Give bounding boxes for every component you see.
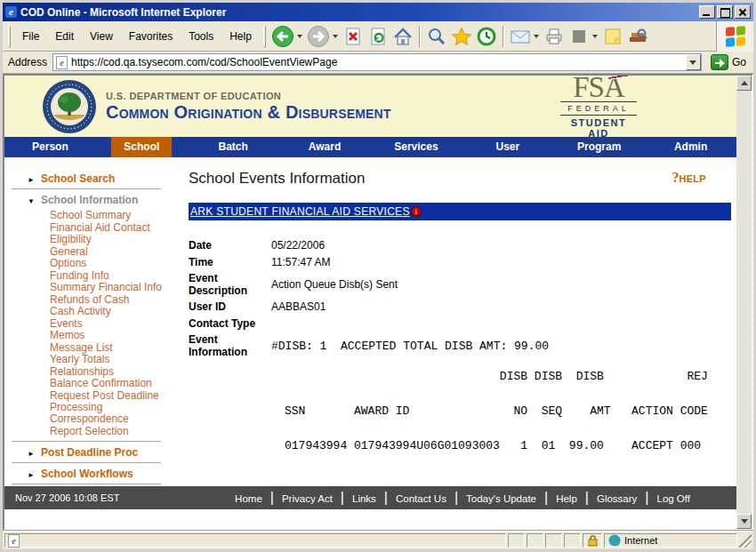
vertical-scrollbar[interactable]: [736, 76, 752, 529]
scroll-down-button[interactable]: [736, 514, 752, 529]
footer-link[interactable]: Links: [352, 493, 376, 504]
minimize-button[interactable]: [699, 5, 715, 19]
menu-item[interactable]: Tools: [181, 27, 221, 46]
sidebar-item[interactable]: Memos: [50, 330, 182, 341]
toolbar-grip[interactable]: [263, 26, 266, 47]
menu-item[interactable]: View: [82, 27, 121, 46]
search-icon: [426, 26, 447, 47]
go-button[interactable]: Go: [707, 53, 750, 71]
sidebar-item[interactable]: General: [50, 246, 182, 258]
sidebar-item[interactable]: Options: [50, 258, 182, 269]
sidebar-section-school-search[interactable]: ► School Search: [28, 172, 182, 185]
field-label-user-id: User ID: [189, 300, 271, 313]
messenger-note-icon: [602, 26, 623, 47]
scroll-up-button[interactable]: [736, 76, 752, 91]
forward-button[interactable]: [305, 24, 332, 49]
sidebar-item[interactable]: School Summary: [50, 210, 182, 221]
search-button[interactable]: [424, 25, 449, 48]
ie-logo-icon: e: [5, 6, 17, 18]
nav-tab[interactable]: Services: [371, 137, 462, 157]
sidebar-section-post-deadline-proc[interactable]: ► Post Deadline Proc: [28, 446, 182, 459]
sidebar-item[interactable]: Summary Financial Info: [50, 282, 182, 293]
resize-grip[interactable]: [739, 533, 752, 548]
nav-tab[interactable]: Award: [279, 137, 371, 157]
maximize-button[interactable]: [717, 5, 733, 19]
edit-dropdown-icon[interactable]: [592, 35, 598, 38]
address-url[interactable]: https://cod.qa.tsysecom.com/cod/SchoolEv…: [71, 56, 686, 68]
help-link[interactable]: ? HELP: [672, 170, 706, 186]
event-details: Date 05/22/2006 Time 11:57:47 AM Event D…: [189, 238, 731, 358]
nav-tab[interactable]: Batch: [188, 137, 279, 157]
mail-button[interactable]: [508, 25, 533, 48]
favorites-button[interactable]: [449, 25, 474, 48]
nav-tab[interactable]: Person: [4, 137, 96, 157]
menu-item[interactable]: File: [14, 27, 47, 46]
toolbar: [269, 24, 716, 49]
sidebar-item[interactable]: Cash Activity: [50, 306, 182, 317]
events-table-row: 017943994 017943994U06G01093003 1 01 99.…: [285, 440, 731, 452]
sidebar-item[interactable]: Correspondence: [50, 413, 182, 425]
menu-item[interactable]: Favorites: [121, 27, 181, 46]
footer-link[interactable]: Glossary: [597, 493, 637, 504]
main-content: School Events Information ? HELP ARK STU…: [182, 157, 736, 486]
edit-button[interactable]: [567, 25, 591, 48]
footer-link[interactable]: Privacy Act: [282, 493, 333, 504]
stop-button[interactable]: [341, 25, 366, 48]
toolbar-grip[interactable]: [8, 26, 11, 47]
history-button[interactable]: [474, 25, 499, 48]
sidebar-item[interactable]: Report Selection: [50, 426, 182, 437]
nav-tab[interactable]: User: [462, 137, 553, 157]
sidebar-item[interactable]: Relationships: [50, 366, 182, 378]
sidebar-item[interactable]: Message List: [50, 342, 182, 354]
mail-dropdown-icon[interactable]: [534, 35, 539, 38]
site-banner: U.S. DEPARTMENT OF EDUCATION Common Orig…: [4, 76, 736, 137]
home-button[interactable]: [390, 25, 415, 48]
back-button[interactable]: [269, 24, 296, 49]
close-button[interactable]: [735, 5, 751, 19]
toolbar-separator: [419, 26, 421, 47]
sidebar-section-school-information[interactable]: ▼ School Information: [28, 194, 182, 206]
page-title: School Events Information: [189, 170, 365, 188]
messenger-button[interactable]: [600, 25, 625, 48]
discuss-button[interactable]: [625, 25, 650, 48]
status-pane: [508, 533, 525, 548]
sidebar-item[interactable]: Yearly Totals: [50, 354, 182, 365]
sidebar-item[interactable]: Request Post Deadline Processing: [50, 390, 182, 413]
sidebar-item[interactable]: Events: [50, 318, 182, 330]
footer-link[interactable]: Home: [235, 493, 262, 504]
sidebar-section-school-workflows[interactable]: ► School Workflows: [28, 468, 182, 480]
sidebar-item[interactable]: Balance Confirmation: [50, 378, 182, 389]
menu-item[interactable]: Help: [221, 27, 260, 46]
address-input[interactable]: e https://cod.qa.tsysecom.com/cod/School…: [52, 53, 702, 71]
status-pane: [564, 533, 581, 548]
chevron-down-icon: [689, 60, 696, 65]
refresh-button[interactable]: [366, 25, 390, 48]
sidebar-item[interactable]: Eligibility: [50, 234, 182, 245]
sidebar-item[interactable]: Funding Info: [50, 270, 182, 282]
sidebar-item[interactable]: Refunds of Cash: [50, 294, 182, 306]
print-button[interactable]: [542, 25, 567, 48]
menu-bar: FileEditViewFavoritesToolsHelp: [14, 27, 260, 46]
internet-zone-pane: Internet: [604, 533, 737, 548]
address-label: Address: [8, 56, 47, 68]
fsa-logo: FSA FEDERAL STUDENT AID: [560, 76, 637, 142]
address-dropdown-button[interactable]: [686, 54, 701, 70]
back-dropdown-icon[interactable]: [297, 35, 302, 38]
sidebar-links: School SummaryFinancial Aid ContactEligi…: [50, 210, 182, 437]
forward-dropdown-icon[interactable]: [333, 35, 338, 38]
field-value-event-information: #DISB: 1 ACCEPTED TOTAL DISB AMT: 99.00: [271, 340, 549, 353]
footer-link[interactable]: Help: [556, 493, 577, 504]
footer-link[interactable]: Today's Update: [466, 493, 536, 504]
title-bar[interactable]: e COD Online - Microsoft Internet Explor…: [3, 3, 753, 21]
info-icon[interactable]: i: [411, 206, 422, 217]
school-name-link[interactable]: ARK STUDENT FINANCIAL AID SERVICES: [190, 205, 410, 218]
toolbar-separator: [503, 26, 504, 47]
footer-link[interactable]: Log Off: [656, 493, 690, 504]
windows-logo-icon: [726, 26, 745, 47]
nav-tab[interactable]: Admin: [645, 137, 736, 157]
divider: [12, 462, 161, 463]
footer-link[interactable]: Contact Us: [396, 493, 446, 504]
sidebar-item[interactable]: Financial Aid Contact: [50, 222, 182, 234]
menu-item[interactable]: Edit: [47, 27, 82, 46]
nav-tab[interactable]: School: [96, 137, 188, 157]
